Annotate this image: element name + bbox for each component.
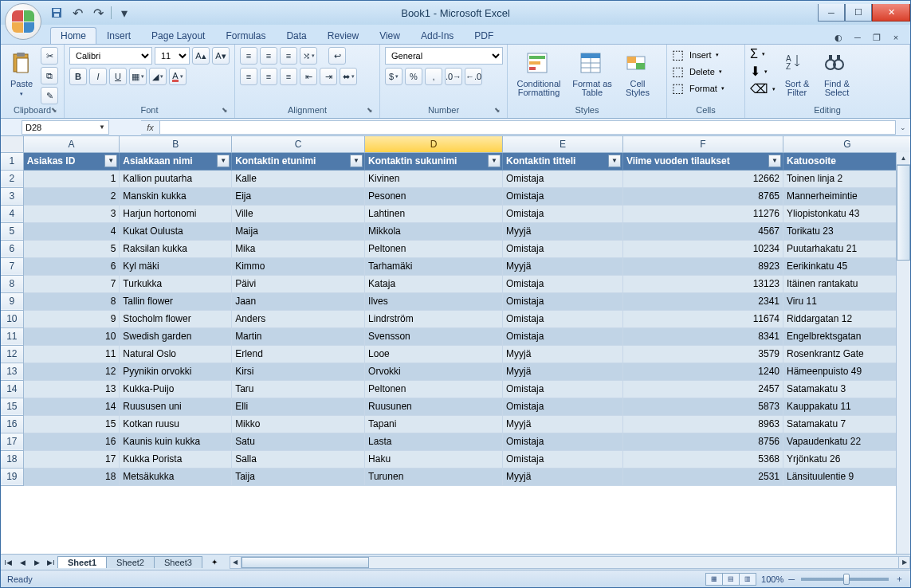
cell[interactable]: Maija [232,222,365,240]
font-name-select[interactable]: Calibri [69,47,152,65]
cell[interactable]: Pesonen [365,187,503,205]
column-header-G[interactable]: G [783,136,910,152]
cell[interactable]: Yrjönkatu 26 [783,450,910,468]
row-header-3[interactable]: 3 [1,187,23,205]
spreadsheet-grid[interactable]: ABCDEFG1Asiakas ID▼Asiakkaan nimi▼Kontak… [1,136,910,486]
cell[interactable]: Omistaja [503,170,623,187]
cell[interactable]: 4 [23,222,120,240]
row-header-12[interactable]: 12 [1,345,23,363]
row-header-9[interactable]: 9 [1,292,23,310]
cell[interactable]: Kirsi [232,363,365,380]
zoom-out-button[interactable]: ─ [788,574,795,584]
paste-button[interactable]: Paste▾ [6,47,37,101]
fill-icon[interactable]: ⬇ [750,64,760,79]
help-icon[interactable]: ◐ [832,31,845,44]
cell[interactable]: Yliopistonkatu 43 [783,205,910,222]
increase-decimal-button[interactable]: .0→ [445,68,462,85]
cell[interactable]: 14 [23,398,120,415]
cell[interactable]: Ilves [365,292,503,310]
cell[interactable]: 8341 [622,327,783,345]
cell[interactable]: Viru 11 [783,292,910,310]
cell[interactable]: Myyjä [503,363,623,380]
cell[interactable]: Elli [232,398,365,415]
increase-indent-button[interactable]: ⇥ [320,68,337,85]
column-header-A[interactable]: A [23,136,120,152]
cell[interactable]: Kauppakatu 11 [783,398,910,415]
filter-dropdown-button[interactable]: ▼ [768,155,781,167]
fill-color-button[interactable]: ◢ [149,68,167,85]
ribbon-tab-add-ins[interactable]: Add-Ins [410,27,464,44]
cell[interactable]: Lahtinen [365,205,503,222]
cell[interactable]: Jaan [232,292,365,310]
number-launcher[interactable]: ⬊ [493,106,502,116]
minimize-button[interactable]: ─ [818,4,845,22]
row-header-4[interactable]: 4 [1,205,23,222]
cell[interactable]: Omistaja [503,450,623,468]
cell[interactable]: Kukka Porista [120,450,232,468]
cell[interactable]: Myyjä [503,415,623,433]
close-button[interactable]: ✕ [872,4,910,22]
row-header-6[interactable]: 6 [1,240,23,257]
cell[interactable]: Hämeenpuisto 49 [783,363,910,380]
insert-function-button[interactable]: fx [141,120,160,135]
cell-styles-button[interactable]: Cell Styles [619,47,656,101]
cell[interactable]: 18 [23,468,120,485]
ribbon-tab-formulas[interactable]: Formulas [215,27,276,44]
restore-workbook-icon[interactable]: ❐ [870,31,883,44]
delete-cells-button[interactable]: Delete [689,67,715,76]
cell[interactable]: Mikkola [365,222,503,240]
table-header-cell[interactable]: Kontaktin sukunimi▼ [365,152,503,170]
sort-filter-button[interactable]: AZ Sort & Filter [779,47,815,101]
grow-font-button[interactable]: A▴ [192,47,210,65]
undo-icon[interactable]: ↶ [69,5,85,21]
row-header-16[interactable]: 16 [1,415,23,433]
scroll-right-icon[interactable]: ▶ [898,557,909,568]
cell[interactable]: Torikatu 23 [783,222,910,240]
cell[interactable]: Swedish garden [120,327,232,345]
cell[interactable]: Vapaudenkatu 22 [783,433,910,450]
orientation-button[interactable]: ⤭ [300,47,317,65]
cell[interactable]: 4567 [622,222,783,240]
cell[interactable]: Myyjä [503,468,623,485]
find-select-button[interactable]: Find & Select [819,47,855,101]
table-header-cell[interactable]: Katuosoite [783,152,910,170]
cell[interactable]: Riddargatan 12 [783,310,910,327]
cell[interactable]: Kyl mäki [120,257,232,275]
font-color-button[interactable]: A [169,68,187,85]
italic-button[interactable]: I [89,68,107,85]
cell[interactable]: Itäinen rantakatu [783,275,910,292]
cell[interactable]: Omistaja [503,433,623,450]
clear-icon[interactable]: ⌫ [750,81,768,96]
table-header-cell[interactable]: Kontaktin etunimi▼ [232,152,365,170]
cell[interactable]: Satamakatu 7 [783,415,910,433]
ribbon-tab-home[interactable]: Home [50,27,96,44]
ribbon-tab-review[interactable]: Review [317,27,369,44]
cell[interactable]: Kataja [365,275,503,292]
zoom-in-button[interactable]: ＋ [895,573,904,585]
cell[interactable]: Harjun hortonomi [120,205,232,222]
cell[interactable]: Toinen linja 2 [783,170,910,187]
align-top-button[interactable]: ≡ [240,47,257,65]
scroll-left-icon[interactable]: ◀ [230,557,241,568]
cell[interactable]: 15 [23,415,120,433]
row-header-19[interactable]: 19 [1,468,23,485]
column-header-D[interactable]: D [365,136,503,152]
row-header-17[interactable]: 17 [1,433,23,450]
cell[interactable]: Satamakatu 3 [783,380,910,398]
cell[interactable]: 1 [23,170,120,187]
qat-customize-icon[interactable]: ▾ [116,5,132,21]
row-header-11[interactable]: 11 [1,327,23,345]
row-header-15[interactable]: 15 [1,398,23,415]
cell[interactable]: Länsituulentie 9 [783,468,910,485]
filter-dropdown-button[interactable]: ▼ [608,155,621,167]
clipboard-launcher[interactable]: ⬊ [49,106,59,116]
cell[interactable]: Taru [232,380,365,398]
prev-sheet-button[interactable]: ◀ [15,555,29,570]
save-icon[interactable] [49,5,65,21]
cell[interactable]: Omistaja [503,327,623,345]
filter-dropdown-button[interactable]: ▼ [350,155,363,167]
cell[interactable]: 12662 [622,170,783,187]
cell[interactable]: 8923 [622,257,783,275]
cell[interactable]: 11674 [622,310,783,327]
sheet-tab-sheet1[interactable]: Sheet1 [57,556,107,568]
